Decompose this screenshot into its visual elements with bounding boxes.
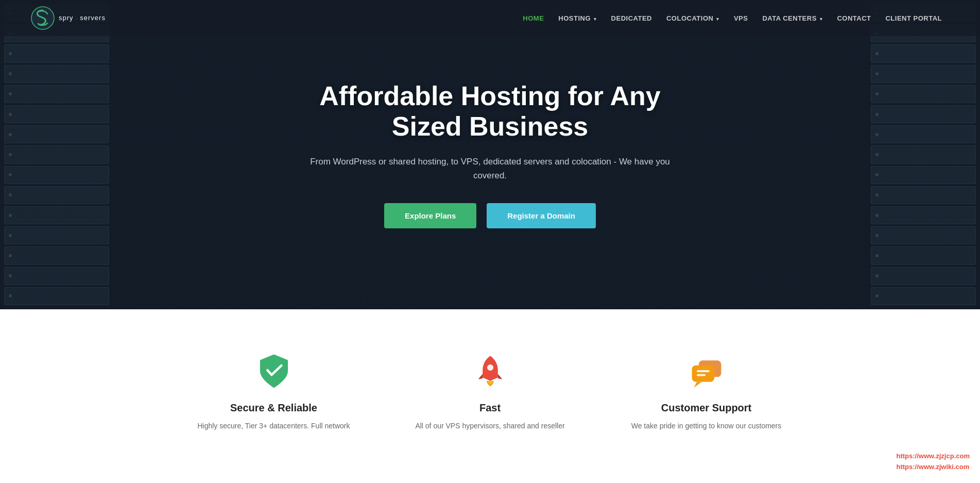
nav-link-datacenters[interactable]: DATA CENTERS ▾ <box>755 14 830 22</box>
feature-support-title: Customer Support <box>619 402 794 414</box>
nav-link-dedicated[interactable]: DEDICATED <box>604 14 659 22</box>
rack-left <box>0 0 113 309</box>
feature-secure-desc: Highly secure, Tier 3+ datacenters. Full… <box>186 420 362 431</box>
nav-item-datacenters[interactable]: DATA CENTERS ▾ <box>755 13 830 23</box>
feature-support: Customer Support We take pride in gettin… <box>598 351 815 431</box>
features-section: Secure & Reliable Highly secure, Tier 3+… <box>0 309 980 462</box>
nav-item-dedicated[interactable]: DEDICATED <box>604 13 659 23</box>
nav-link-client-portal[interactable]: CLIENT PORTAL <box>878 14 949 22</box>
nav-item-contact[interactable]: CONTACT <box>830 13 878 23</box>
feature-fast-desc: All of our VPS hypervisors, shared and r… <box>403 420 578 431</box>
nav-item-vps[interactable]: VPS <box>727 13 755 23</box>
nav-link-vps[interactable]: VPS <box>727 14 755 22</box>
chat-support-icon <box>686 351 727 392</box>
hero-section: Affordable Hosting for Any Sized Busines… <box>0 0 980 309</box>
svg-point-1 <box>487 364 493 371</box>
nav-menu: HOME HOSTING ▾ DEDICATED COLOCATION ▾ VP… <box>515 13 949 23</box>
shield-icon <box>253 351 295 392</box>
nav-item-hosting[interactable]: HOSTING ▾ <box>551 13 604 23</box>
brand-logo-link[interactable]: spry · servers <box>31 6 106 30</box>
feature-fast-title: Fast <box>403 402 578 414</box>
hero-content: Affordable Hosting for Any Sized Busines… <box>295 81 686 229</box>
hosting-dropdown-arrow: ▾ <box>592 16 597 22</box>
hero-title: Affordable Hosting for Any Sized Busines… <box>305 81 676 143</box>
nav-link-contact[interactable]: CONTACT <box>830 14 878 22</box>
hero-subtitle: From WordPress or shared hosting, to VPS… <box>305 155 676 182</box>
feature-support-desc: We take pride in getting to know our cus… <box>619 420 794 431</box>
rack-right <box>867 0 980 309</box>
nav-item-colocation[interactable]: COLOCATION ▾ <box>659 13 727 23</box>
colocation-dropdown-arrow: ▾ <box>715 16 719 22</box>
nav-link-home[interactable]: HOME <box>515 14 551 22</box>
feature-secure-title: Secure & Reliable <box>186 402 362 414</box>
brand-svg-icon <box>31 6 55 30</box>
watermark: https://www.zjzjcp.com https://www.zjwik… <box>896 451 970 462</box>
explore-plans-button[interactable]: Explore Plans <box>384 203 476 228</box>
navbar: spry · servers HOME HOSTING ▾ DEDICATED … <box>0 0 980 36</box>
nav-link-colocation[interactable]: COLOCATION ▾ <box>659 14 727 22</box>
datacenters-dropdown-arrow: ▾ <box>818 16 823 22</box>
nav-item-client-portal[interactable]: CLIENT PORTAL <box>878 13 949 23</box>
rocket-icon <box>470 351 511 392</box>
svg-rect-5 <box>697 374 706 376</box>
svg-rect-4 <box>697 370 710 372</box>
brand-name: spry · servers <box>59 14 106 22</box>
register-domain-button[interactable]: Register a Domain <box>487 203 596 228</box>
feature-fast: Fast All of our VPS hypervisors, shared … <box>382 351 598 431</box>
nav-item-home[interactable]: HOME <box>515 13 551 23</box>
svg-rect-3 <box>692 365 714 382</box>
feature-secure: Secure & Reliable Highly secure, Tier 3+… <box>166 351 382 431</box>
hero-buttons: Explore Plans Register a Domain <box>305 203 676 228</box>
nav-link-hosting[interactable]: HOSTING ▾ <box>551 14 604 22</box>
